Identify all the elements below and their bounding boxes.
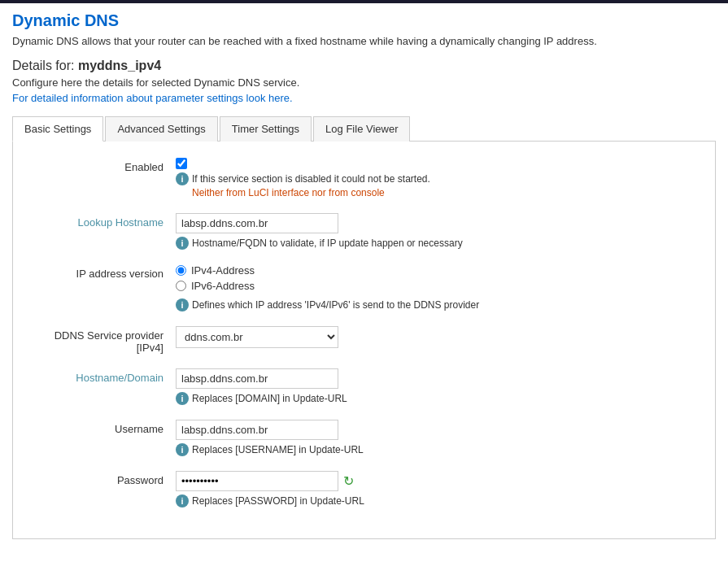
- password-wrap: ↻ i Replaces [PASSWORD] in Update-URL: [176, 471, 703, 507]
- username-hint-wrap: i Replaces [USERNAME] in Update-URL: [176, 443, 703, 456]
- hostname-domain-row: Hostname/Domain i Replaces [DOMAIN] in U…: [25, 368, 703, 405]
- section-desc: Configure here the details for selected …: [12, 76, 716, 89]
- ip-version-hint-wrap: i Defines which IP address 'IPv4/IPv6' i…: [176, 298, 703, 311]
- ipv6-label: IPv6-Address: [191, 280, 255, 292]
- info-icon-lookup: i: [176, 237, 189, 250]
- info-icon-password: i: [176, 494, 189, 507]
- tabs-container: Basic Settings Advanced Settings Timer S…: [12, 115, 716, 142]
- ip-version-label: IP address version: [25, 264, 176, 280]
- tab-advanced[interactable]: Advanced Settings: [105, 116, 217, 142]
- ipv4-radio[interactable]: [176, 265, 186, 276]
- hostname-domain-input[interactable]: [176, 368, 338, 389]
- username-hint: Replaces [USERNAME] in Update-URL: [192, 444, 364, 455]
- username-row: Username i Replaces [USERNAME] in Update…: [25, 420, 703, 456]
- ipv6-option: IPv6-Address: [176, 280, 703, 292]
- enabled-hint1: If this service section is disabled it c…: [192, 173, 430, 185]
- tab-logfile[interactable]: Log File Viewer: [313, 116, 410, 142]
- info-icon-ip-version: i: [176, 298, 189, 311]
- tab-content-basic: Enabled i If this service section is dis…: [12, 142, 716, 539]
- ddns-service-wrap: ddns.com.br no-ip.com dyndns.org afraid.…: [176, 326, 703, 348]
- section-link[interactable]: For detailed information about parameter…: [12, 92, 293, 104]
- page-content: Dynamic DNS Dynamic DNS allows that your…: [0, 3, 728, 547]
- username-input[interactable]: [176, 420, 338, 440]
- username-label: Username: [25, 420, 176, 435]
- info-icon-enabled: i: [176, 172, 189, 185]
- ipv6-radio[interactable]: [176, 281, 186, 291]
- lookup-hostname-hint: Hostname/FQDN to validate, if IP update …: [192, 237, 463, 249]
- hostname-domain-label: Hostname/Domain: [25, 368, 176, 384]
- page-description: Dynamic DNS allows that your router can …: [12, 35, 716, 47]
- ipv4-label: IPv4-Address: [191, 264, 255, 277]
- password-hint: Replaces [PASSWORD] in Update-URL: [192, 495, 364, 507]
- enabled-checkbox[interactable]: [176, 158, 187, 169]
- info-icon-hostname: i: [176, 392, 189, 405]
- ip-version-radio-group: IPv4-Address IPv6-Address: [176, 264, 703, 292]
- password-row: Password ↻ i Replaces [PASSWORD] in Upda…: [25, 471, 703, 507]
- ip-version-hint: Defines which IP address 'IPv4/IPv6' is …: [192, 299, 479, 311]
- tab-timer[interactable]: Timer Settings: [220, 116, 312, 142]
- ddns-service-label: DDNS Service provider [IPv4]: [25, 326, 176, 354]
- ip-version-row: IP address version IPv4-Address IPv6-Add…: [25, 264, 703, 311]
- info-icon-username: i: [176, 443, 189, 456]
- enabled-hint1-wrap: i If this service section is disabled it…: [176, 172, 703, 185]
- ip-version-wrap: IPv4-Address IPv6-Address i Defines whic…: [176, 264, 703, 311]
- page-title: Dynamic DNS: [12, 11, 716, 30]
- refresh-icon[interactable]: ↻: [343, 473, 354, 489]
- enabled-checkbox-wrap: [176, 158, 703, 169]
- username-wrap: i Replaces [USERNAME] in Update-URL: [176, 420, 703, 456]
- enabled-row: Enabled i If this service section is dis…: [25, 158, 703, 198]
- password-input[interactable]: [176, 471, 338, 491]
- ddns-service-select[interactable]: ddns.com.br no-ip.com dyndns.org afraid.…: [176, 326, 338, 348]
- lookup-hostname-hint-wrap: i Hostname/FQDN to validate, if IP updat…: [176, 237, 703, 250]
- ipv4-option: IPv4-Address: [176, 264, 703, 277]
- lookup-hostname-row: Lookup Hostname i Hostname/FQDN to valid…: [25, 213, 703, 250]
- password-input-wrap: ↻: [176, 471, 703, 491]
- hostname-domain-hint: Replaces [DOMAIN] in Update-URL: [192, 393, 347, 404]
- hostname-domain-hint-wrap: i Replaces [DOMAIN] in Update-URL: [176, 392, 703, 405]
- tab-basic[interactable]: Basic Settings: [12, 116, 103, 142]
- section-name: myddns_ipv4: [78, 59, 161, 72]
- lookup-hostname-label: Lookup Hostname: [25, 213, 176, 229]
- lookup-hostname-wrap: i Hostname/FQDN to validate, if IP updat…: [176, 213, 703, 250]
- enabled-wrap: i If this service section is disabled it…: [176, 158, 703, 198]
- password-label: Password: [25, 471, 176, 486]
- lookup-hostname-input[interactable]: [176, 213, 338, 233]
- section-title: Details for: myddns_ipv4: [12, 59, 716, 73]
- hostname-domain-wrap: i Replaces [DOMAIN] in Update-URL: [176, 368, 703, 405]
- section-title-prefix: Details for:: [12, 59, 78, 72]
- enabled-label: Enabled: [25, 158, 176, 173]
- ddns-service-row: DDNS Service provider [IPv4] ddns.com.br…: [25, 326, 703, 354]
- enabled-hint2: Neither from LuCI interface nor from con…: [192, 187, 703, 198]
- password-hint-wrap: i Replaces [PASSWORD] in Update-URL: [176, 494, 703, 507]
